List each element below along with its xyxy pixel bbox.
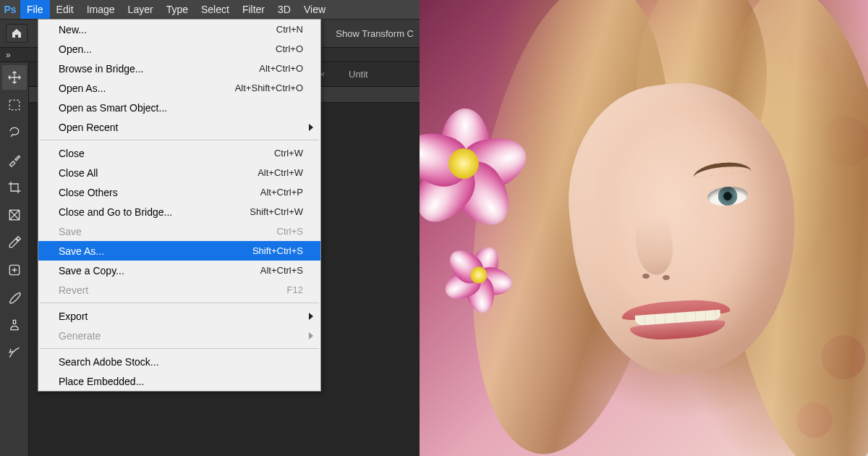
home-button[interactable]	[6, 24, 27, 43]
menu-separator	[40, 303, 319, 303]
menu-edit[interactable]: Edit	[50, 0, 80, 19]
menuitem-new[interactable]: New...Ctrl+N	[38, 20, 320, 39]
nostril	[642, 274, 650, 279]
file-menu-dropdown: New...Ctrl+NOpen...Ctrl+OBrowse in Bridg…	[38, 19, 321, 392]
menuitem-shortcut: Shift+Ctrl+W	[250, 206, 303, 217]
menuitem-open-as[interactable]: Open As...Alt+Shift+Ctrl+O	[38, 78, 320, 98]
menu-separator	[40, 348, 319, 349]
menuitem-label: Revert	[59, 284, 287, 296]
document-tab-2[interactable]: Untit	[340, 64, 377, 84]
result-photo	[420, 0, 868, 456]
marquee-tool[interactable]	[2, 93, 27, 117]
crop-tool[interactable]	[2, 175, 27, 200]
menuitem-revert: RevertF12	[38, 280, 320, 300]
document-tab-2-label: Untit	[349, 69, 368, 80]
menuitem-label: Export	[59, 311, 303, 322]
menuitem-place-embedded[interactable]: Place Embedded...	[38, 371, 320, 391]
submenu-arrow-icon	[309, 332, 313, 339]
menuitem-close-all[interactable]: Close AllAlt+Ctrl+W	[38, 163, 320, 182]
chevron-expand-icon: »	[6, 50, 11, 60]
menuitem-close-and-go-to-bridge[interactable]: Close and Go to Bridge...Shift+Ctrl+W	[38, 202, 320, 221]
submenu-arrow-icon	[309, 313, 313, 320]
menuitem-shortcut: F12	[287, 284, 303, 295]
menu-image[interactable]: Image	[80, 0, 122, 19]
menuitem-label: Generate	[59, 330, 303, 342]
svg-rect-0	[9, 100, 19, 109]
frame-tool[interactable]	[2, 203, 27, 227]
menuitem-label: Open As...	[59, 83, 235, 94]
brush-tool[interactable]	[2, 285, 27, 310]
menu-select[interactable]: Select	[195, 0, 236, 19]
menuitem-label: Open Recent	[59, 122, 303, 133]
menuitem-label: Open...	[59, 43, 276, 55]
menuitem-shortcut: Ctrl+N	[276, 24, 303, 35]
menuitem-label: Browse in Bridge...	[59, 63, 259, 75]
menuitem-search-adobe-stock[interactable]: Search Adobe Stock...	[38, 352, 320, 371]
menuitem-shortcut: Alt+Ctrl+O	[259, 63, 303, 74]
brush-selection-tool[interactable]	[2, 148, 27, 172]
submenu-arrow-icon	[309, 124, 313, 131]
menuitem-label: Close and Go to Bridge...	[59, 206, 250, 218]
menuitem-close[interactable]: CloseCtrl+W	[38, 143, 320, 163]
menuitem-shortcut: Shift+Ctrl+S	[252, 245, 303, 256]
menu-file[interactable]: File	[20, 0, 50, 19]
menuitem-shortcut: Alt+Ctrl+P	[260, 187, 303, 198]
menu-view[interactable]: View	[297, 0, 332, 19]
nostril	[663, 275, 670, 280]
menuitem-save-a-copy[interactable]: Save a Copy...Alt+Ctrl+S	[38, 261, 320, 280]
menuitem-label: Place Embedded...	[59, 376, 303, 387]
menuitem-label: Save	[59, 226, 277, 237]
lasso-tool[interactable]	[2, 120, 27, 145]
menuitem-shortcut: Alt+Ctrl+S	[260, 265, 303, 276]
toolbox	[0, 62, 29, 456]
menuitem-open[interactable]: Open...Ctrl+O	[38, 39, 320, 59]
menuitem-open-as-smart-object[interactable]: Open as Smart Object...	[38, 98, 320, 117]
menuitem-save: SaveCtrl+S	[38, 221, 320, 241]
menu-filter[interactable]: Filter	[236, 0, 271, 19]
ps-logo: Ps	[0, 0, 20, 19]
menuitem-generate: Generate	[38, 326, 320, 345]
menuitem-close-others[interactable]: Close OthersAlt+Ctrl+P	[38, 182, 320, 202]
menubar: Ps FileEditImageLayerTypeSelectFilter3DV…	[0, 0, 420, 19]
menuitem-open-recent[interactable]: Open Recent	[38, 117, 320, 137]
menuitem-browse-in-bridge[interactable]: Browse in Bridge...Alt+Ctrl+O	[38, 59, 320, 78]
orchid-flower	[420, 109, 519, 217]
menuitem-save-as[interactable]: Save As...Shift+Ctrl+S	[38, 241, 320, 261]
menuitem-shortcut: Alt+Shift+Ctrl+O	[235, 83, 303, 93]
show-transform-label: Show Transform C	[336, 28, 414, 39]
menuitem-label: New...	[59, 24, 276, 35]
menuitem-label: Search Adobe Stock...	[59, 356, 303, 368]
menu-separator	[40, 140, 319, 140]
menu-layer[interactable]: Layer	[122, 0, 160, 19]
eyedropper-tool[interactable]	[2, 230, 27, 255]
menuitem-shortcut: Ctrl+O	[276, 43, 303, 54]
mouth	[621, 293, 732, 341]
move-tool[interactable]	[2, 65, 27, 90]
menuitem-label: Save As...	[59, 245, 252, 257]
menuitem-label: Close All	[59, 167, 258, 179]
menuitem-label: Close	[59, 148, 274, 159]
photoshop-pane: Ps FileEditImageLayerTypeSelectFilter3DV…	[0, 0, 420, 456]
menuitem-label: Close Others	[59, 187, 260, 198]
menuitem-shortcut: Alt+Ctrl+W	[258, 167, 303, 178]
menuitem-shortcut: Ctrl+S	[277, 226, 303, 237]
menu-3d[interactable]: 3D	[271, 0, 297, 19]
healing-brush-tool[interactable]	[2, 258, 27, 282]
home-icon	[11, 28, 22, 39]
menu-type[interactable]: Type	[160, 0, 195, 19]
menuitem-label: Open as Smart Object...	[59, 102, 303, 114]
menuitem-export[interactable]: Export	[38, 306, 320, 326]
history-brush-tool[interactable]	[2, 340, 27, 365]
clone-stamp-tool[interactable]	[2, 313, 27, 337]
menuitem-shortcut: Ctrl+W	[274, 148, 303, 159]
menuitem-label: Save a Copy...	[59, 265, 260, 276]
